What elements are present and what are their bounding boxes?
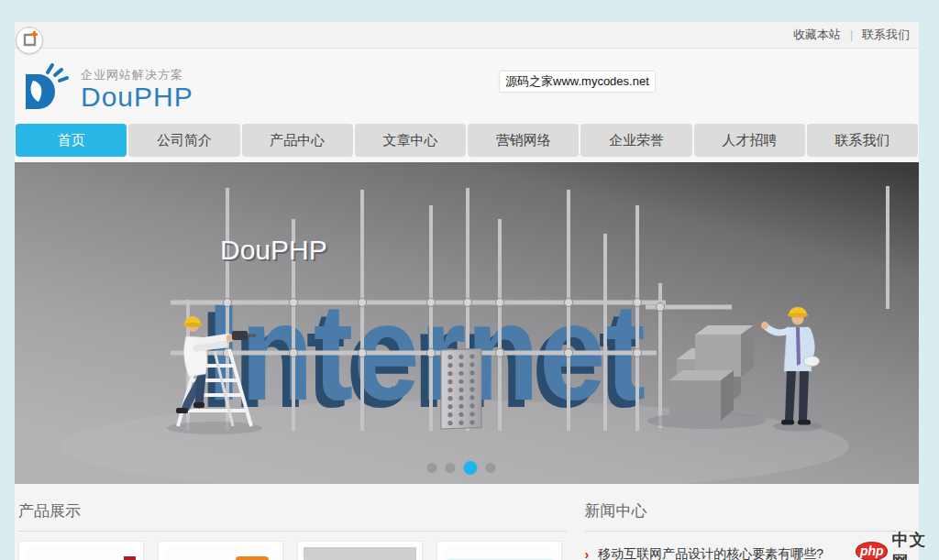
topbar: 收藏本站 | 联系我们 <box>15 22 919 49</box>
logo-text: 企业网站解决方案 DouPHP <box>81 61 193 111</box>
product-card-teal-box[interactable] <box>436 541 562 560</box>
bookmark-site-link[interactable]: 收藏本站 <box>793 27 841 43</box>
nav-item-network[interactable]: 营销网络 <box>468 124 579 157</box>
douphp-logo-icon <box>20 61 73 115</box>
nav-item-contact[interactable]: 联系我们 <box>807 124 918 157</box>
nav-item-articles[interactable]: 文章中心 <box>355 124 466 157</box>
nav-item-products[interactable]: 产品中心 <box>242 124 353 157</box>
php-logo-text: 中文网 <box>891 529 939 560</box>
banner-caption: DouPHP <box>220 235 327 265</box>
nav-item-honor[interactable]: 企业荣誉 <box>580 124 691 157</box>
bookmark-badge[interactable] <box>16 27 43 54</box>
page-container: 收藏本站 | 联系我们 企业网站解决方案 DouPHP 源码之家www.myco… <box>15 22 919 560</box>
product-image-heinz-red-box <box>25 547 138 560</box>
news-title: 新闻中心 <box>585 500 916 532</box>
php-cn-watermark: php 中文网 <box>856 529 939 560</box>
product-list <box>18 541 567 560</box>
product-card-cake[interactable] <box>297 541 423 560</box>
carousel-dots <box>427 461 496 475</box>
php-logo-icon: php <box>856 542 888 560</box>
nav-item-home[interactable]: 首页 <box>16 124 127 157</box>
add-page-icon <box>17 27 42 53</box>
carousel-dot-2[interactable] <box>446 463 456 473</box>
banner-scene: Internet Internet <box>15 162 919 484</box>
logo-brand: DouPHP <box>81 83 193 111</box>
topbar-separator: | <box>850 28 853 41</box>
nav-item-jobs[interactable]: 人才招聘 <box>694 124 805 157</box>
content-area: 产品展示 <box>15 484 919 560</box>
banner-slider[interactable]: Internet Internet <box>15 162 919 484</box>
product-image-chocolate-cake <box>304 547 416 560</box>
source-watermark: 源码之家www.mycodes.net <box>500 71 655 92</box>
carousel-dot-3[interactable] <box>464 461 478 475</box>
news-link[interactable]: 移动互联网产品设计的核心要素有哪些? <box>598 546 823 560</box>
product-image-white-box-orange-tab <box>164 547 277 560</box>
product-image-teal-box <box>443 547 556 560</box>
contact-us-link[interactable]: 联系我们 <box>862 27 910 43</box>
carousel-dot-1[interactable] <box>427 463 437 473</box>
header: 企业网站解决方案 DouPHP 源码之家www.mycodes.net <box>15 49 919 122</box>
carousel-dot-4[interactable] <box>486 463 496 473</box>
site-logo[interactable]: 企业网站解决方案 DouPHP <box>20 61 193 115</box>
perforated-panel <box>441 348 481 429</box>
chevron-right-icon: › <box>585 548 590 560</box>
product-card-heinz[interactable] <box>18 541 144 560</box>
products-section: 产品展示 <box>18 500 567 560</box>
main-nav: 首页 公司简介 产品中心 文章中心 营销网络 企业荣誉 人才招聘 联系我们 <box>15 122 919 162</box>
nav-item-about[interactable]: 公司简介 <box>128 124 239 157</box>
product-card-orange-box[interactable] <box>158 541 283 560</box>
products-title: 产品展示 <box>18 500 567 532</box>
